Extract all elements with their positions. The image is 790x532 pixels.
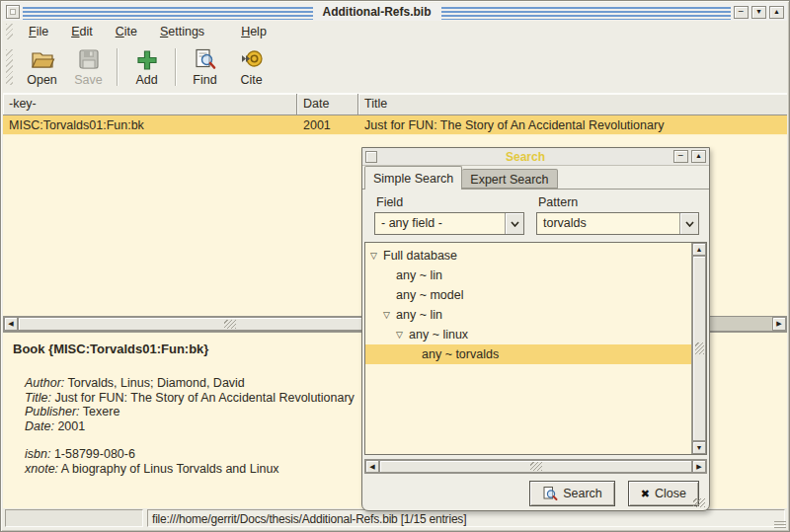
scroll-right-icon[interactable]: ▶ [692, 460, 706, 473]
floppy-save-icon [76, 47, 102, 71]
status-text: file:///home/gerrit/Docs/thesis/Addition… [147, 509, 785, 527]
column-header-title[interactable]: Title [358, 94, 787, 114]
close-button[interactable]: ✖ Close [628, 481, 699, 506]
scroll-left-icon[interactable]: ◀ [365, 460, 379, 473]
dialog-minimize-button[interactable]: − [673, 150, 688, 163]
search-dialog: Search − ▲ Simple Search Expert Search F… [361, 147, 710, 511]
minimize-button[interactable]: − [734, 6, 749, 19]
pattern-combo-value[interactable]: torvalds [537, 213, 679, 234]
expander-open-icon[interactable]: ▽ [383, 310, 396, 320]
tree-item-label: any ~ model [396, 288, 463, 302]
tree-horizontal-scrollbar[interactable]: ◀ ▶ [364, 459, 707, 474]
cite-button[interactable]: Cite [228, 45, 275, 89]
scroll-right-icon[interactable]: ▶ [772, 317, 786, 331]
find-button[interactable]: Find [182, 45, 228, 89]
dialog-resize-grip[interactable] [693, 498, 705, 507]
menu-help[interactable]: Help [231, 22, 276, 41]
scrollbar-track[interactable] [379, 460, 692, 473]
find-label: Find [193, 73, 216, 87]
tree-item-selected[interactable]: any ~ torvalds [365, 344, 691, 364]
menu-cite[interactable]: Cite [106, 22, 147, 41]
field-value: A biography of Linus Torvalds and Linux [61, 462, 279, 476]
toolbar: Open Save Add [3, 42, 787, 91]
row-key: MISC:Torvalds01:Fun:bk [3, 118, 297, 132]
list-header: -key- Date Title [3, 93, 787, 115]
search-button[interactable]: Search [529, 481, 615, 506]
cite-icon [239, 47, 265, 71]
dialog-title: Search [380, 150, 671, 164]
pattern-combo-label: Pattern [536, 195, 699, 211]
titlebar-stripes [441, 5, 732, 20]
dialog-titlebar[interactable]: Search − ▲ [362, 148, 709, 166]
close-button-label: Close [655, 487, 686, 500]
tree-item[interactable]: any ~ lin [365, 266, 691, 285]
dialog-maximize-button[interactable]: ▲ [691, 150, 706, 163]
search-history-tree[interactable]: ▽Full database any ~ lin any ~ model ▽an… [364, 242, 707, 455]
search-tabs: Simple Search Expert Search [362, 166, 709, 190]
chevron-down-icon [511, 221, 519, 227]
scroll-left-icon[interactable]: ◀ [4, 317, 18, 331]
field-label: Author: [25, 376, 64, 390]
folder-open-icon [30, 47, 55, 71]
expander-open-icon[interactable]: ▽ [370, 251, 383, 261]
window-menu-icon[interactable] [6, 5, 20, 19]
app-window: Additional-Refs.bib − ▼ ▲ File Edit Cite… [0, 0, 790, 532]
statusbar: file:///home/gerrit/Docs/thesis/Addition… [3, 508, 787, 528]
scrollbar-thumb[interactable] [692, 256, 706, 441]
add-button[interactable]: Add [123, 45, 170, 89]
open-button[interactable]: Open [19, 45, 65, 89]
window-resize-grip[interactable] [774, 521, 786, 529]
pattern-combobox[interactable]: torvalds [536, 212, 699, 235]
find-icon [193, 47, 218, 71]
field-combo-button[interactable] [505, 213, 523, 234]
close-x-icon: ✖ [641, 488, 650, 500]
menubar: File Edit Cite Settings Help [3, 21, 787, 42]
expander-open-icon[interactable]: ▽ [396, 330, 409, 340]
maximize-button[interactable]: ▲ [769, 6, 784, 19]
field-label: isbn: [25, 447, 50, 461]
dialog-menu-icon[interactable] [365, 151, 377, 163]
pattern-combo-button[interactable] [679, 213, 698, 234]
open-label: Open [27, 73, 57, 87]
add-label: Add [135, 73, 157, 87]
tree-item[interactable]: ▽Full database [365, 246, 691, 266]
scroll-up-icon[interactable]: ▲ [692, 243, 706, 256]
save-button[interactable]: Save [65, 45, 112, 89]
row-date: 2001 [297, 118, 358, 132]
toolbar-separator [117, 48, 118, 86]
thumb-grip-icon [530, 462, 542, 471]
chevron-down-icon [685, 221, 694, 227]
menu-settings[interactable]: Settings [150, 22, 214, 41]
scroll-down-icon[interactable]: ▼ [692, 441, 706, 454]
search-button-icon [542, 486, 558, 501]
scrollbar-thumb[interactable] [379, 460, 692, 473]
column-header-key[interactable]: -key- [3, 94, 297, 114]
rollup-button[interactable]: ▼ [751, 6, 766, 19]
menu-edit[interactable]: Edit [61, 22, 103, 41]
field-label: Title: [25, 391, 51, 405]
list-row-selected[interactable]: MISC:Torvalds01:Fun:bk 2001 Just for FUN… [3, 115, 787, 135]
titlebar-stripes [23, 5, 313, 20]
tree-vertical-scrollbar[interactable]: ▲ ▼ [691, 243, 706, 454]
field-combo-value[interactable]: - any field - [375, 213, 505, 234]
window-titlebar[interactable]: Additional-Refs.bib − ▼ ▲ [3, 3, 787, 21]
tree-item[interactable]: ▽any ~ linux [365, 325, 691, 344]
menu-file[interactable]: File [19, 22, 58, 41]
tree-item[interactable]: ▽any ~ lin [365, 305, 691, 325]
tree-item-label: any ~ linux [409, 328, 468, 342]
field-label: Publisher: [25, 405, 80, 418]
tab-expert-search[interactable]: Expert Search [462, 169, 557, 189]
status-progress-box [5, 509, 143, 527]
column-header-date[interactable]: Date [297, 94, 358, 114]
window-menu-icon-glyph [10, 9, 16, 15]
field-label: Date: [25, 419, 54, 433]
menubar-drag-handle[interactable] [6, 24, 13, 39]
tree-item[interactable]: any ~ model [365, 285, 691, 305]
toolbar-drag-handle[interactable] [6, 49, 13, 85]
field-combobox[interactable]: - any field - [374, 212, 524, 235]
tab-simple-search[interactable]: Simple Search [364, 166, 462, 190]
field-value: 1-58799-080-6 [54, 447, 135, 461]
search-button-label: Search [563, 487, 602, 500]
window-title: Additional-Refs.bib [316, 5, 438, 19]
field-label: xnote: [25, 462, 58, 476]
